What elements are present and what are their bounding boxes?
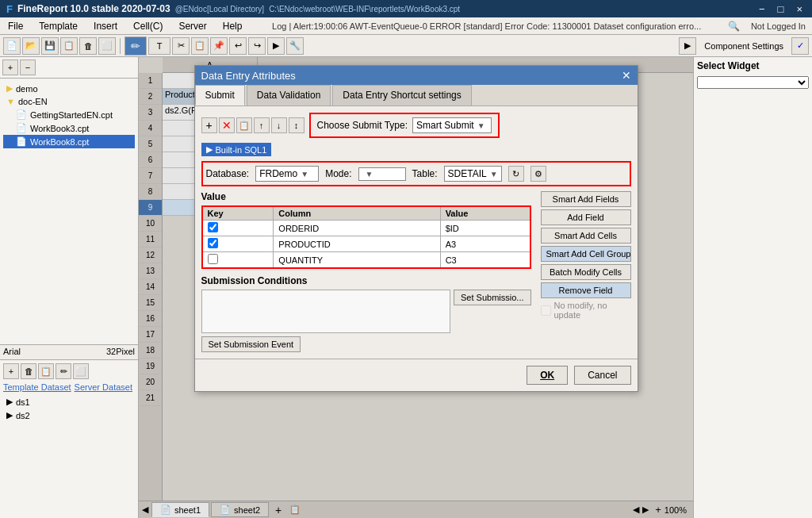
search-icon[interactable]: 🔍 <box>723 21 745 32</box>
tree-item-workbook8[interactable]: 📄 WorkBook8.cpt <box>3 135 135 148</box>
file-tree-remove[interactable]: − <box>20 59 36 75</box>
add-dataset-btn[interactable]: + <box>3 363 19 379</box>
table-section: Database: FRDemo ▼ Mode: ▼ Table: <box>201 161 631 186</box>
dialog-footer: OK Cancel <box>195 359 638 391</box>
toolbar-open[interactable]: 📂 <box>22 37 40 55</box>
copy-dataset-btn[interactable]: 📋 <box>38 363 54 379</box>
menu-template[interactable]: Template <box>31 19 86 33</box>
toolbar-check[interactable]: ✓ <box>791 37 809 55</box>
toolbar-preview[interactable]: ▶ <box>267 37 285 55</box>
tree-item-doc-en[interactable]: ▼ doc-EN <box>3 95 135 108</box>
ok-button[interactable]: OK <box>527 366 568 385</box>
move-down-btn[interactable]: ↓ <box>271 117 287 133</box>
menu-file[interactable]: File <box>0 19 31 33</box>
server-dataset-tab[interactable]: Server Dataset <box>75 382 132 392</box>
tab-submit[interactable]: Submit <box>195 85 245 106</box>
remove-dataset-btn[interactable]: 🗑 <box>21 363 36 379</box>
toolbar-text[interactable]: T <box>148 37 170 55</box>
toolbar: 📄 📂 💾 📋 🗑 ⬜ ✏ T ✂ 📋 📌 ↩ ↪ ▶ 🔧 ▶ Componen… <box>0 35 812 57</box>
dataset-panel: + 🗑 📋 ✏ ⬜ Template Dataset Server Datase… <box>0 359 138 518</box>
no-modify-checkbox[interactable] <box>541 305 551 316</box>
move-up-btn[interactable]: ↑ <box>254 117 270 133</box>
toolbar-paste[interactable]: 📌 <box>210 37 228 55</box>
file-icon-1: 📄 <box>16 109 27 120</box>
toolbar-btn8[interactable]: ✂ <box>172 37 190 55</box>
remove-row-btn[interactable]: ✕ <box>219 117 235 133</box>
toolbar-active-icon[interactable]: ✏ <box>124 36 147 56</box>
dataset-btn5[interactable]: ⬜ <box>73 363 89 379</box>
dataset-toolbar: + 🗑 📋 ✏ ⬜ <box>3 363 135 379</box>
toolbar-btn6[interactable]: ⬜ <box>98 37 116 55</box>
dialog-tabs: Submit Data Validation Data Entry Shortc… <box>195 85 638 106</box>
tab-shortcut-settings[interactable]: Data Entry Shortcut settings <box>332 85 471 106</box>
table-inputs-row: Database: FRDemo ▼ Mode: ▼ Table: <box>206 166 626 182</box>
set-submission-button[interactable]: Set Submissio... <box>454 290 530 305</box>
add-field-button[interactable]: Add Field <box>541 209 631 225</box>
minimize-button[interactable]: − <box>756 3 768 15</box>
row2-key-checkbox[interactable] <box>208 238 218 248</box>
tab-data-validation[interactable]: Data Validation <box>247 85 331 106</box>
sort-btn[interactable]: ↕ <box>289 117 304 133</box>
right-panel: Select Widget <box>693 57 812 518</box>
login-status[interactable]: Not Logged In <box>745 20 812 33</box>
database-select[interactable]: FRDemo ▼ <box>255 166 319 182</box>
batch-modify-cells-button[interactable]: Batch Modify Cells <box>541 264 631 280</box>
toolbar-copy[interactable]: 📋 <box>191 37 209 55</box>
template-dataset-tab[interactable]: Template Dataset <box>3 382 71 392</box>
set-submission-event-button[interactable]: Set Submission Event <box>201 336 301 352</box>
submit-type-value: Smart Submit <box>416 120 474 131</box>
ds1-item[interactable]: ▶ ds1 <box>3 395 135 409</box>
smart-add-cells-button[interactable]: Smart Add Cells <box>541 228 631 244</box>
table-row-2[interactable]: PRODUCTID A3 <box>202 236 530 252</box>
add-row-btn[interactable]: + <box>201 117 217 133</box>
ds2-item[interactable]: ▶ ds2 <box>3 409 135 422</box>
menu-server[interactable]: Server <box>170 19 214 33</box>
maximize-button[interactable]: □ <box>775 3 787 15</box>
toolbar-btn9[interactable]: 🔧 <box>286 37 304 55</box>
mode-select[interactable]: ▼ <box>358 167 406 181</box>
toolbar-right-btn[interactable]: ▶ <box>679 37 696 55</box>
close-button[interactable]: × <box>793 3 806 15</box>
toolbar-redo[interactable]: ↪ <box>248 37 266 55</box>
smart-add-cell-group-button[interactable]: Smart Add Cell Group <box>541 246 631 262</box>
submit-type-select[interactable]: Smart Submit ▼ <box>412 117 492 133</box>
ds2-label: ds2 <box>16 411 30 420</box>
toolbar-btn5[interactable]: 🗑 <box>79 37 97 55</box>
smart-add-fields-button[interactable]: Smart Add Fields <box>541 191 631 207</box>
tree-item-getting-started[interactable]: 📄 GettingStartedEN.cpt <box>3 108 135 121</box>
row1-column: ORDERID <box>274 221 440 236</box>
title-bar-controls[interactable]: − □ × <box>756 3 806 15</box>
no-modify-option: No modify, no update <box>541 301 631 320</box>
menu-help[interactable]: Help <box>215 19 251 33</box>
remove-field-button[interactable]: Remove Field <box>541 282 631 298</box>
toolbar-btn4[interactable]: 📋 <box>60 37 78 55</box>
row3-key-checkbox[interactable] <box>208 254 218 264</box>
edit-dataset-btn[interactable]: ✏ <box>56 363 71 379</box>
toolbar-undo[interactable]: ↩ <box>229 37 247 55</box>
widget-dropdown[interactable] <box>697 76 809 89</box>
dialog-overlay: Data Entry Attributes ✕ Submit Data Vali… <box>139 57 693 518</box>
row1-key-checkbox[interactable] <box>208 222 218 232</box>
table-settings-btn[interactable]: ⚙ <box>530 166 546 182</box>
cancel-button[interactable]: Cancel <box>574 366 630 385</box>
file-tree-add[interactable]: + <box>2 59 18 75</box>
built-in-section: ▶ Built-in SQL1 <box>201 143 631 156</box>
menu-cell[interactable]: Cell(C) <box>125 19 170 33</box>
right-panel-title: Select Widget <box>697 60 809 71</box>
copy-row-btn[interactable]: 📋 <box>236 117 252 133</box>
refresh-table-btn[interactable]: ↻ <box>508 166 524 182</box>
toolbar-new[interactable]: 📄 <box>3 37 21 55</box>
tree-item-workbook3[interactable]: 📄 WorkBook3.cpt <box>3 121 135 135</box>
menu-insert[interactable]: Insert <box>86 19 125 33</box>
title-bar-left: F FineReport 10.0 stable 2020-07-03 @ENd… <box>6 3 460 15</box>
file-icon-3: 📄 <box>16 136 27 147</box>
dialog-close-button[interactable]: ✕ <box>622 69 631 82</box>
submission-conditions-area <box>201 290 451 333</box>
toolbar-save[interactable]: 💾 <box>41 37 59 55</box>
built-in-sql-item[interactable]: ▶ Built-in SQL1 <box>201 143 272 156</box>
table-row-3[interactable]: QUANTITY C3 <box>202 252 530 269</box>
tree-item-demo[interactable]: ▶ demo <box>3 82 135 95</box>
table-row-1[interactable]: ORDERID $ID <box>202 221 530 236</box>
table-select[interactable]: SDETAIL ▼ <box>444 166 502 182</box>
row2-key <box>202 236 274 252</box>
